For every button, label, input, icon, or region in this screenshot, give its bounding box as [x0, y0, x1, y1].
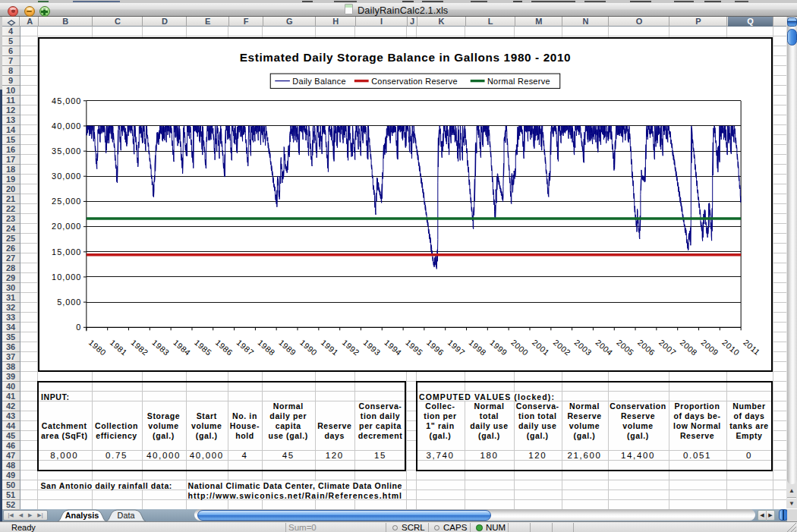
svg-text:1981: 1981 — [109, 337, 129, 357]
svg-text:2006: 2006 — [636, 337, 657, 357]
svg-text:1980: 1980 — [87, 337, 108, 357]
svg-text:Analysis: Analysis — [65, 511, 98, 520]
svg-text:2000: 2000 — [509, 337, 530, 357]
svg-text:10,000: 10,000 — [52, 272, 81, 281]
svg-text:1986: 1986 — [214, 337, 235, 357]
svg-text:1992: 1992 — [341, 337, 361, 357]
svg-text:Normal Reserve: Normal Reserve — [487, 76, 550, 85]
svg-text:1991: 1991 — [320, 337, 340, 357]
svg-text:1988: 1988 — [256, 337, 276, 357]
svg-text:20,000: 20,000 — [52, 222, 81, 231]
svg-text:2011: 2011 — [742, 337, 762, 356]
svg-text:45,000: 45,000 — [52, 96, 81, 105]
svg-text:35,000: 35,000 — [52, 146, 81, 155]
svg-text:2005: 2005 — [615, 337, 635, 357]
svg-text:15,000: 15,000 — [52, 247, 81, 256]
svg-text:Conservation Reserve: Conservation Reserve — [371, 76, 458, 85]
svg-text:40,000: 40,000 — [52, 121, 81, 130]
svg-text:5,000: 5,000 — [57, 297, 81, 306]
svg-text:1996: 1996 — [425, 337, 446, 357]
svg-text:1989: 1989 — [277, 337, 298, 357]
svg-text:1998: 1998 — [468, 337, 488, 357]
svg-text:2007: 2007 — [657, 337, 678, 357]
svg-text:Daily Balance: Daily Balance — [292, 76, 345, 85]
svg-text:1987: 1987 — [235, 337, 256, 357]
svg-text:1982: 1982 — [129, 337, 150, 357]
svg-text:1994: 1994 — [383, 337, 403, 357]
svg-text:1997: 1997 — [446, 337, 467, 357]
svg-text:30,000: 30,000 — [52, 172, 81, 181]
svg-text:Estimated Daily Storage Balanc: Estimated Daily Storage Balance in Gallo… — [240, 51, 572, 64]
svg-text:2004: 2004 — [594, 337, 614, 357]
svg-text:0: 0 — [76, 323, 81, 332]
svg-text:Data: Data — [117, 511, 134, 520]
svg-text:2003: 2003 — [573, 337, 594, 357]
svg-text:1984: 1984 — [172, 337, 192, 357]
svg-text:1993: 1993 — [361, 337, 382, 357]
svg-text:2002: 2002 — [552, 337, 572, 357]
svg-text:1983: 1983 — [150, 337, 171, 357]
svg-text:1999: 1999 — [488, 337, 509, 357]
svg-text:1990: 1990 — [298, 337, 319, 357]
svg-text:2009: 2009 — [700, 337, 720, 357]
svg-text:1985: 1985 — [193, 337, 213, 357]
svg-text:25,000: 25,000 — [52, 197, 81, 206]
svg-text:2008: 2008 — [679, 337, 699, 357]
svg-text:1995: 1995 — [404, 337, 424, 357]
svg-text:2001: 2001 — [531, 337, 551, 357]
svg-text:2010: 2010 — [720, 337, 741, 357]
